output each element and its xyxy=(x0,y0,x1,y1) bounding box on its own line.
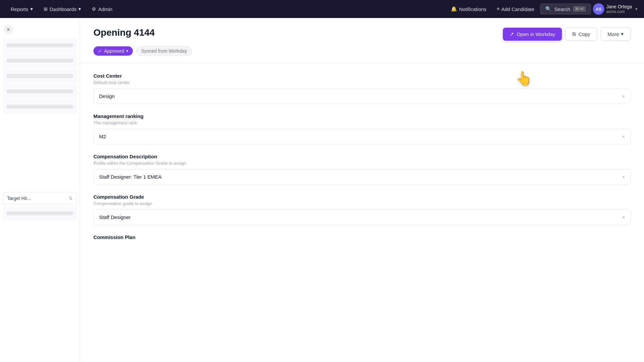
compensation-grade-value: Staff Designer xyxy=(99,214,131,220)
approved-chevron-icon: ▾ xyxy=(126,49,128,53)
list-item-label xyxy=(7,74,73,78)
nav-dashboards[interactable]: ⊞ Dashboards ▾ xyxy=(40,4,85,14)
page-header-top: Opening 4144 ↗ Open in Workday ⧉ Copy Mo… xyxy=(93,27,631,41)
external-link-icon: ↗ xyxy=(510,31,514,37)
list-item-label xyxy=(7,89,73,93)
nav-admin[interactable]: ⚙ Admin xyxy=(88,4,116,14)
more-button[interactable]: More ▾ xyxy=(601,27,631,41)
nav-reports[interactable]: Reports ▾ xyxy=(7,4,37,14)
user-chevron-icon: ▾ xyxy=(635,7,637,11)
cost-center-desc: Default cost center xyxy=(93,80,631,85)
list-item-label xyxy=(7,105,73,109)
management-ranking-field-group: Management ranking The management rank M… xyxy=(93,113,631,144)
add-candidate-button[interactable]: + Add Candidate xyxy=(493,4,539,15)
commission-plan-label: Commission Plan xyxy=(93,234,631,240)
more-label: More xyxy=(608,31,619,37)
adjust-icon: ⇅ xyxy=(69,196,73,201)
user-name: Jane Ortega xyxy=(606,4,632,9)
page-title: Opening 4144 xyxy=(93,27,155,38)
user-company: acme.com xyxy=(606,9,632,14)
open-workday-label: Open in Workday xyxy=(517,31,555,37)
compensation-desc-label: Compensation Description xyxy=(93,154,631,159)
compensation-desc-value: Staff Designer: Tier 1 EMEA xyxy=(99,174,162,180)
sidebar-items xyxy=(0,38,80,191)
nav-admin-label: Admin xyxy=(98,6,112,12)
plus-icon: + xyxy=(497,6,500,13)
close-button[interactable]: × xyxy=(3,25,13,35)
list-item-label xyxy=(7,43,73,47)
search-label: Search xyxy=(554,6,570,12)
open-in-workday-button[interactable]: ↗ Open in Workday xyxy=(503,28,562,41)
bell-icon: 🔔 xyxy=(451,6,457,12)
notifications-button[interactable]: 🔔 Notifications xyxy=(447,4,491,14)
management-ranking-clear-icon[interactable]: × xyxy=(622,134,625,139)
search-icon: 🔍 xyxy=(545,6,552,12)
notifications-label: Notifications xyxy=(459,6,487,12)
close-icon: × xyxy=(7,27,10,33)
list-item[interactable] xyxy=(3,99,77,114)
approved-check-icon: ✓ xyxy=(98,48,102,54)
nav-reports-label: Reports xyxy=(11,6,28,12)
list-item-label xyxy=(7,59,73,63)
list-item[interactable] xyxy=(3,206,77,221)
page-header: Opening 4144 ↗ Open in Workday ⧉ Copy Mo… xyxy=(80,18,644,63)
left-panel-top: × xyxy=(0,21,80,38)
admin-gear-icon: ⚙ xyxy=(92,6,96,12)
list-item[interactable] xyxy=(3,69,77,83)
copy-label: Copy xyxy=(579,31,590,37)
compensation-desc-clear-icon[interactable]: × xyxy=(622,174,625,180)
compensation-grade-desc: Compensation grade to assign xyxy=(93,201,631,206)
compensation-desc-input[interactable]: Staff Designer: Tier 1 EMEA × xyxy=(93,169,631,185)
list-item-label xyxy=(7,211,73,215)
approved-badge[interactable]: ✓ Approved ▾ xyxy=(93,46,133,56)
cost-center-value: Design xyxy=(99,93,115,99)
cost-center-label: Cost Center xyxy=(93,73,631,79)
compensation-grade-label: Compensation Grade xyxy=(93,194,631,200)
cost-center-field-group: Cost Center Default cost center Design × xyxy=(93,73,631,104)
target-hire-label: Target Hir... xyxy=(7,196,31,201)
sidebar-item-target-hire[interactable]: Target Hir... ⇅ xyxy=(3,192,77,205)
commission-plan-field-group: Commission Plan xyxy=(93,234,631,240)
reports-chevron-icon: ▾ xyxy=(30,6,33,12)
list-item[interactable] xyxy=(3,84,77,99)
avatar[interactable]: AS xyxy=(593,3,604,15)
compensation-grade-field-group: Compensation Grade Compensation grade to… xyxy=(93,194,631,225)
approved-label: Approved xyxy=(104,48,124,54)
dashboards-chevron-icon: ▾ xyxy=(78,6,81,12)
top-navigation: Reports ▾ ⊞ Dashboards ▾ ⚙ Admin 🔔 Notif… xyxy=(0,0,644,18)
header-actions: ↗ Open in Workday ⧉ Copy More ▾ 👆 xyxy=(503,27,631,41)
management-ranking-input[interactable]: M2 × xyxy=(93,129,631,144)
copy-icon: ⧉ xyxy=(572,31,576,37)
copy-button[interactable]: ⧉ Copy xyxy=(565,27,597,41)
left-panel: × Target Hir... ⇅ xyxy=(0,18,80,362)
user-initials: AS xyxy=(596,7,602,12)
right-panel: Opening 4144 ↗ Open in Workday ⧉ Copy Mo… xyxy=(80,18,644,362)
management-ranking-value: M2 xyxy=(99,134,106,139)
compensation-grade-input[interactable]: Staff Designer × xyxy=(93,209,631,225)
add-candidate-label: Add Candidate xyxy=(501,6,534,12)
nav-dashboards-label: Dashboards xyxy=(50,6,77,12)
list-item[interactable] xyxy=(3,53,77,68)
compensation-grade-clear-icon[interactable]: × xyxy=(622,215,625,220)
management-ranking-desc: The management rank xyxy=(93,120,631,125)
content-area: Cost Center Default cost center Design ×… xyxy=(80,63,644,362)
list-item[interactable] xyxy=(3,38,77,53)
cost-center-clear-icon[interactable]: × xyxy=(622,94,625,99)
badge-row: ✓ Approved ▾ Synced from Workday xyxy=(93,46,631,56)
synced-label: Synced from Workday xyxy=(141,48,187,54)
search-button[interactable]: 🔍 Search ⌘+K xyxy=(540,4,591,14)
compensation-desc-desc: Profile within the Compensation Grade to… xyxy=(93,161,631,166)
main-layout: × Target Hir... ⇅ xyxy=(0,18,644,362)
search-shortcut: ⌘+K xyxy=(573,6,586,12)
sidebar-items-bottom xyxy=(0,206,80,362)
compensation-desc-field-group: Compensation Description Profile within … xyxy=(93,154,631,185)
cost-center-input[interactable]: Design × xyxy=(93,88,631,104)
management-ranking-label: Management ranking xyxy=(93,113,631,119)
user-info[interactable]: Jane Ortega acme.com xyxy=(606,4,632,14)
dashboard-icon: ⊞ xyxy=(44,6,48,12)
more-chevron-icon: ▾ xyxy=(621,31,624,37)
synced-badge: Synced from Workday xyxy=(136,46,192,56)
